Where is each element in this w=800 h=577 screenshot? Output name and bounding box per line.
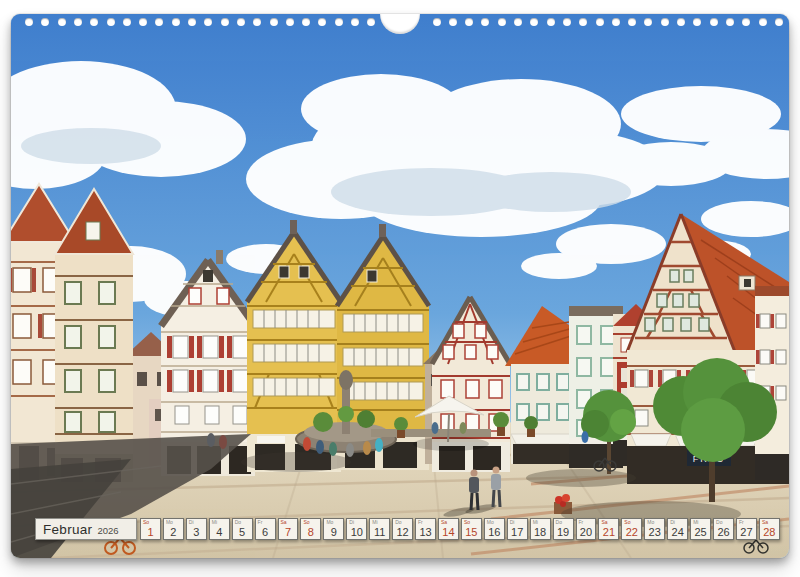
day-number: 26 — [714, 526, 733, 538]
calendar-day-cell: Mi4 — [209, 518, 230, 540]
day-number: 15 — [462, 526, 481, 538]
day-weekday-label: Fr — [579, 519, 584, 525]
day-number: 3 — [187, 526, 206, 538]
house-green-shutters — [55, 189, 133, 482]
day-number: 28 — [760, 526, 779, 538]
day-weekday-label: Mo — [326, 519, 333, 525]
day-weekday-label: Di — [670, 519, 675, 525]
calendar-day-cell: Sa21 — [598, 518, 619, 540]
day-number: 23 — [645, 526, 664, 538]
calendar-day-cell: Do5 — [232, 518, 253, 540]
day-weekday-label: Do — [395, 519, 401, 525]
day-weekday-label: Do — [556, 519, 562, 525]
calendar-day-cell: So15 — [461, 518, 482, 540]
calendar-mockup: FRAU — [0, 0, 800, 577]
calendar-page: FRAU — [11, 14, 789, 558]
day-number: 8 — [301, 526, 320, 538]
calendar-day-cell: Sa28 — [759, 518, 780, 540]
day-number: 13 — [416, 526, 435, 538]
day-weekday-label: Mo — [166, 519, 173, 525]
calendar-day-cell: Mo2 — [163, 518, 184, 540]
calendar-day-cell: Di17 — [507, 518, 528, 540]
calendar-day-cell: Sa7 — [278, 518, 299, 540]
day-weekday-label: Fr — [739, 519, 744, 525]
day-number: 16 — [485, 526, 504, 538]
calendar-day-cell: So1 — [140, 518, 161, 540]
day-weekday-label: So — [303, 519, 309, 525]
month-name: Februar — [43, 519, 92, 540]
calendar-day-cell: Mi18 — [530, 518, 551, 540]
day-number: 9 — [324, 526, 343, 538]
day-number: 25 — [691, 526, 710, 538]
day-number: 21 — [599, 526, 618, 538]
day-number: 11 — [370, 526, 389, 538]
day-weekday-label: Di — [510, 519, 515, 525]
day-weekday-label: So — [464, 519, 470, 525]
day-weekday-label: Fr — [418, 519, 423, 525]
marketplace-photo: FRAU — [11, 14, 789, 558]
calendar-day-cell: Fr20 — [576, 518, 597, 540]
calendar-day-cell: So22 — [621, 518, 642, 540]
day-weekday-label: Mo — [647, 519, 654, 525]
calendar-day-cell: Di10 — [346, 518, 367, 540]
day-number: 1 — [141, 526, 160, 538]
calendar-day-cell: Mo16 — [484, 518, 505, 540]
day-weekday-label: Do — [716, 519, 722, 525]
calendar-day-cell: Di24 — [667, 518, 688, 540]
year-label: 2026 — [97, 525, 118, 536]
day-weekday-label: Mi — [693, 519, 698, 525]
calendar-strip: Februar 2026 So1Mo2Di3Mi4Do5Fr6Sa7So8Mo9… — [11, 518, 789, 542]
calendar-day-cell: Mo9 — [323, 518, 344, 540]
day-weekday-label: Do — [235, 519, 241, 525]
day-weekday-label: Fr — [258, 519, 263, 525]
day-number: 5 — [233, 526, 252, 538]
day-weekday-label: Mo — [487, 519, 494, 525]
calendar-day-cell: Do12 — [392, 518, 413, 540]
day-number: 12 — [393, 526, 412, 538]
day-number: 22 — [622, 526, 641, 538]
calendar-day-cell: Fr27 — [736, 518, 757, 540]
day-weekday-label: Mi — [533, 519, 538, 525]
day-cells-row: So1Mo2Di3Mi4Do5Fr6Sa7So8Mo9Di10Mi11Do12F… — [140, 518, 780, 540]
calendar-day-cell: Do19 — [553, 518, 574, 540]
day-weekday-label: Mi — [372, 519, 377, 525]
day-number: 19 — [554, 526, 573, 538]
day-number: 14 — [439, 526, 458, 538]
calendar-day-cell: Mo23 — [644, 518, 665, 540]
day-weekday-label: Sa — [762, 519, 768, 525]
day-number: 17 — [508, 526, 527, 538]
day-weekday-label: Di — [349, 519, 354, 525]
day-number: 20 — [577, 526, 596, 538]
day-number: 2 — [164, 526, 183, 538]
month-label-box: Februar 2026 — [35, 518, 137, 540]
calendar-day-cell: Fr13 — [415, 518, 436, 540]
calendar-day-cell: Fr6 — [255, 518, 276, 540]
day-weekday-label: So — [624, 519, 630, 525]
day-weekday-label: Sa — [601, 519, 607, 525]
day-weekday-label: Sa — [281, 519, 287, 525]
day-weekday-label: So — [143, 519, 149, 525]
calendar-day-cell: So8 — [300, 518, 321, 540]
day-number: 18 — [531, 526, 550, 538]
day-number: 24 — [668, 526, 687, 538]
day-weekday-label: Sa — [441, 519, 447, 525]
calendar-day-cell: Mi11 — [369, 518, 390, 540]
day-weekday-label: Mi — [212, 519, 217, 525]
day-weekday-label: Di — [189, 519, 194, 525]
calendar-day-cell: Mi25 — [690, 518, 711, 540]
day-number: 4 — [210, 526, 229, 538]
house-far-right — [755, 286, 789, 480]
day-number: 27 — [737, 526, 756, 538]
calendar-day-cell: Di3 — [186, 518, 207, 540]
day-number: 7 — [279, 526, 298, 538]
day-number: 6 — [256, 526, 275, 538]
calendar-day-cell: Sa14 — [438, 518, 459, 540]
calendar-day-cell: Do26 — [713, 518, 734, 540]
day-number: 10 — [347, 526, 366, 538]
